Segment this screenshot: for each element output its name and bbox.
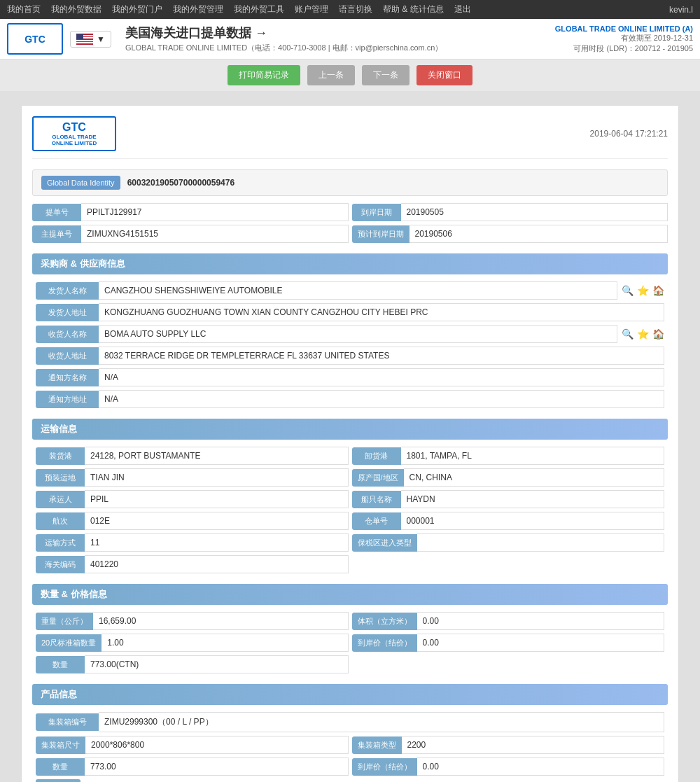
nav-portal[interactable]: 我的外贸门户	[112, 4, 162, 15]
arrival-date-value: 20190505	[401, 203, 668, 221]
doc-timestamp: 2019-06-04 17:21:21	[590, 129, 668, 139]
close-button-top[interactable]: 关闭窗口	[416, 65, 472, 85]
product-container-no-value: ZIMU2999300（00 / L / PP）	[99, 712, 664, 732]
consignee-home-icon[interactable]: 🏠	[652, 328, 664, 340]
company-name: GLOBAL TRADE ONLINE LIMITED (A)	[555, 25, 693, 33]
flag-us-icon	[76, 34, 93, 45]
arrival-date-label: 到岸日期	[352, 204, 401, 221]
voyage-row: 航次 012E 仓单号 000001	[36, 512, 664, 530]
transport-mode-label: 运输方式	[36, 534, 85, 552]
carrier-value: PPIL	[85, 490, 349, 508]
header-bar: GTC ▼ 美国海关进口提单数据 → GLOBAL TRADE ONLINE L…	[0, 19, 700, 60]
pre-carriage-row: 预装运地 TIAN JIN 原产国/地区 CN, CHINA	[36, 468, 664, 487]
product-qty-label: 数量	[36, 758, 85, 776]
nav-management[interactable]: 我的外贸管理	[173, 4, 223, 15]
nav-help[interactable]: 帮助 & 统计信息	[383, 4, 444, 15]
consignee-star-icon[interactable]: ⭐	[636, 328, 649, 340]
gdi-label: Global Data Identity	[41, 176, 120, 190]
nav-account[interactable]: 账户管理	[295, 4, 328, 15]
shipper-home-icon[interactable]: 🏠	[652, 284, 664, 297]
pre-carriage-value: TIAN JIN	[85, 468, 349, 487]
arrival-price-label: 到岸价（结价）	[352, 634, 417, 652]
origin-country-value: CN, CHINA	[404, 468, 664, 487]
vessel-name-value: HAYDN	[401, 490, 665, 508]
doc-logo: GTC GLOBAL TRADEONLINE LIMITED	[32, 116, 116, 151]
prev-button-top[interactable]: 上一条	[307, 65, 355, 85]
container-type-value: 2200	[402, 736, 665, 754]
consignee-name-label: 收货人名称	[36, 326, 99, 343]
container-size-type-row: 集装箱尺寸 2000*806*800 集装箱类型 2200	[36, 736, 664, 754]
notify-name-value: N/A	[99, 368, 664, 386]
master-bill-label: 主提单号	[32, 225, 81, 243]
container-type-label: 集装箱类型	[352, 736, 402, 754]
master-bill-row: 主提单号 ZIMUXNG4151515 预计到岸日期 20190506	[32, 225, 668, 243]
shipper-address-value: KONGZHUANG GUOZHUANG TOWN XIAN COUNTY CA…	[99, 303, 664, 321]
duty-free-label: 保税区进入类型	[352, 534, 417, 552]
estimated-arrival-value: 20190506	[410, 225, 668, 243]
language-selector[interactable]: ▼	[70, 31, 111, 48]
unloading-port-label: 卸货港	[352, 447, 401, 465]
page-title: 美国海关进口提单数据 →	[125, 25, 555, 41]
quantity-label: 数量	[36, 656, 85, 673]
top-navigation: 我的首页 我的外贸数据 我的外贸门户 我的外贸管理 我的外贸工具 账户管理 语言…	[0, 0, 700, 19]
arrival-price-value: 0.00	[417, 634, 665, 652]
shipper-search-icon[interactable]: 🔍	[621, 284, 634, 297]
port-row: 装货港 24128, PORT BUSTAMANTE 卸货港 1801, TAM…	[36, 447, 664, 465]
carrier-row: 承运人 PPIL 船只名称 HAYDN	[36, 490, 664, 508]
shipper-icons: 🔍 ⭐ 🏠	[617, 284, 664, 297]
master-bill-col: 主提单号 ZIMUXNG4151515	[32, 225, 349, 243]
quantity-value: 773.00(CTN)	[85, 655, 349, 673]
arrival-date-col: 到岸日期 20190505	[352, 203, 668, 221]
next-button-top[interactable]: 下一条	[362, 65, 410, 85]
estimated-arrival-label: 预计到岸日期	[352, 225, 410, 243]
container-no-value: 000001	[401, 512, 665, 530]
duty-free-value	[417, 533, 665, 552]
nav-language[interactable]: 语言切换	[339, 4, 372, 15]
transport-section-header: 运输信息	[32, 419, 668, 440]
voyage-no-value: 012E	[85, 512, 349, 530]
expiry-date: 有效期至 2019-12-31	[555, 33, 693, 43]
page-title-area: 美国海关进口提单数据 → GLOBAL TRADE ONLINE LIMITED…	[111, 25, 555, 53]
loading-port-label: 装货港	[36, 447, 85, 465]
doc-header: GTC GLOBAL TRADEONLINE LIMITED 2019-06-0…	[32, 116, 668, 159]
shipper-star-icon[interactable]: ⭐	[636, 284, 649, 297]
product-container-no-label: 集装箱编号	[36, 713, 99, 731]
master-bill-value: ZIMUXNG4151515	[81, 225, 349, 243]
nav-trade-data[interactable]: 我的外贸数据	[51, 4, 102, 15]
origin-country-label: 原产国/地区	[352, 469, 404, 487]
nav-tools[interactable]: 我的外贸工具	[234, 4, 284, 15]
volume-label: 体积（立方米）	[352, 613, 417, 630]
shipper-name-value: CANGZHOU SHENGSHIWEIYE AUTOMOBILE	[99, 281, 617, 300]
estimated-arrival-col: 预计到岸日期 20190506	[352, 225, 668, 243]
gdi-row: Global Data Identity 6003201905070000005…	[32, 169, 668, 196]
nav-logout[interactable]: 退出	[454, 4, 471, 15]
customs-code-label: 海关编码	[36, 556, 85, 573]
notify-name-row: 通知方名称 N/A	[36, 368, 664, 386]
vessel-name-label: 船只名称	[352, 491, 401, 508]
shipper-address-label: 发货人地址	[36, 304, 99, 321]
buyer-supplier-section-header: 采购商 & 供应商信息	[32, 253, 668, 274]
pre-carriage-label: 预装运地	[36, 469, 85, 487]
shipper-address-row: 发货人地址 KONGZHUANG GUOZHUANG TOWN XIAN COU…	[36, 303, 664, 321]
consignee-icons: 🔍 ⭐ 🏠	[617, 328, 664, 340]
voyage-no-label: 航次	[36, 512, 85, 530]
shipper-name-row: 发货人名称 CANGZHOU SHENGSHIWEIYE AUTOMOBILE …	[36, 281, 664, 300]
shipper-name-label: 发货人名称	[36, 282, 99, 300]
customs-code-row: 海关编码 401220	[36, 555, 664, 573]
main-document: GTC GLOBAL TRADEONLINE LIMITED 2019-06-0…	[21, 105, 679, 782]
nav-home[interactable]: 我的首页	[7, 4, 41, 15]
consignee-address-row: 收货人地址 8032 TERRACE RIDGE DR TEMPLETERRAC…	[36, 347, 664, 365]
logo-area: GTC ▼	[7, 23, 111, 55]
loading-port-value: 24128, PORT BUSTAMANTE	[85, 447, 349, 465]
containers-20ft-value: 1.00	[102, 634, 348, 652]
page-sub-info: GLOBAL TRADE ONLINE LIMITED（电话：400-710-3…	[125, 43, 555, 53]
bill-no-value: PPILTJ129917	[81, 203, 349, 221]
username: kevin.l	[669, 5, 693, 15]
notify-name-label: 通知方名称	[36, 369, 99, 386]
transport-mode-row: 运输方式 11 保税区进入类型	[36, 533, 664, 552]
volume-value: 0.00	[417, 612, 665, 630]
consignee-search-icon[interactable]: 🔍	[621, 328, 634, 340]
consignee-name-value: BOMA AUTO SUPPLY LLC	[99, 325, 617, 343]
product-qty-value: 773.00	[85, 757, 349, 776]
print-button-top[interactable]: 打印简易记录	[227, 65, 300, 85]
